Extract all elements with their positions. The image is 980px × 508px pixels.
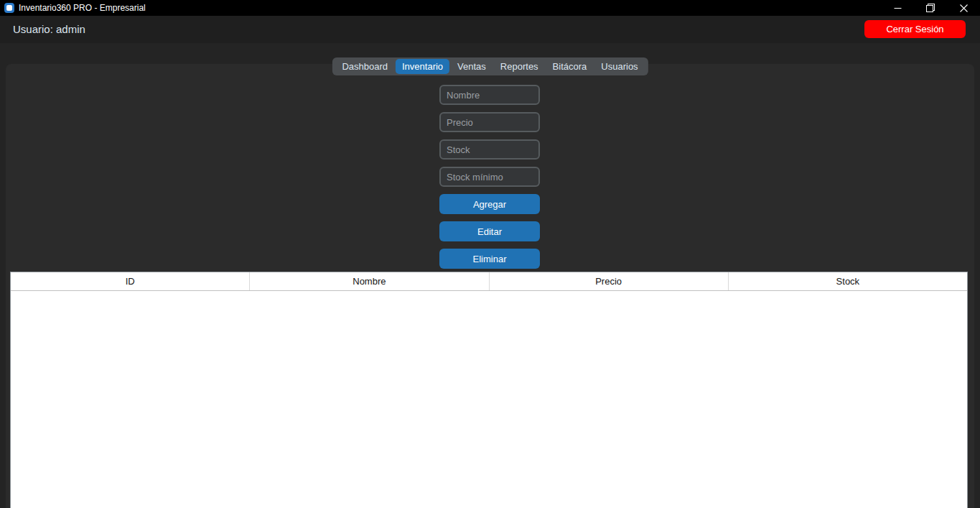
close-icon xyxy=(960,4,968,12)
precio-input[interactable] xyxy=(439,112,540,132)
eliminar-button[interactable]: Eliminar xyxy=(439,249,540,269)
column-header-nombre[interactable]: Nombre xyxy=(250,272,489,290)
tab-inventario[interactable]: Inventario xyxy=(396,59,449,74)
editar-button[interactable]: Editar xyxy=(439,221,540,241)
tab-bar: Dashboard Inventario Ventas Reportes Bit… xyxy=(332,57,648,75)
restore-button[interactable] xyxy=(914,0,947,16)
tab-usuarios[interactable]: Usuarios xyxy=(594,59,644,74)
app-icon xyxy=(4,3,14,13)
title-bar[interactable]: Inventario360 PRO - Empresarial xyxy=(0,0,980,16)
column-header-stock[interactable]: Stock xyxy=(729,272,967,290)
tab-ventas[interactable]: Ventas xyxy=(451,59,493,74)
restore-icon xyxy=(926,4,935,12)
user-bar: Usuario: admin Cerrar Sesión xyxy=(0,16,980,43)
column-header-id[interactable]: ID xyxy=(11,272,250,290)
tab-bitacora[interactable]: Bitácora xyxy=(546,59,594,74)
inventory-table-body[interactable] xyxy=(11,291,967,508)
minimize-icon xyxy=(894,4,902,12)
tab-dashboard[interactable]: Dashboard xyxy=(335,59,394,74)
inventory-table-header: ID Nombre Precio Stock xyxy=(11,272,967,291)
app-window: { "window": { "title": "Inventario360 PR… xyxy=(0,0,980,508)
close-button[interactable] xyxy=(947,0,980,16)
column-header-precio[interactable]: Precio xyxy=(490,272,729,290)
tab-reportes[interactable]: Reportes xyxy=(494,59,545,74)
window-controls xyxy=(881,0,980,16)
product-form: Agregar Editar Eliminar xyxy=(439,85,540,269)
stock-minimo-input[interactable] xyxy=(439,167,540,187)
inventory-table: ID Nombre Precio Stock xyxy=(10,272,968,508)
nombre-input[interactable] xyxy=(439,85,540,105)
window-title: Inventario360 PRO - Empresarial xyxy=(19,0,146,16)
minimize-button[interactable] xyxy=(881,0,914,16)
agregar-button[interactable]: Agregar xyxy=(439,194,540,214)
logged-user-label: Usuario: admin xyxy=(13,16,85,43)
logout-button[interactable]: Cerrar Sesión xyxy=(864,20,966,38)
stock-input[interactable] xyxy=(439,139,540,160)
